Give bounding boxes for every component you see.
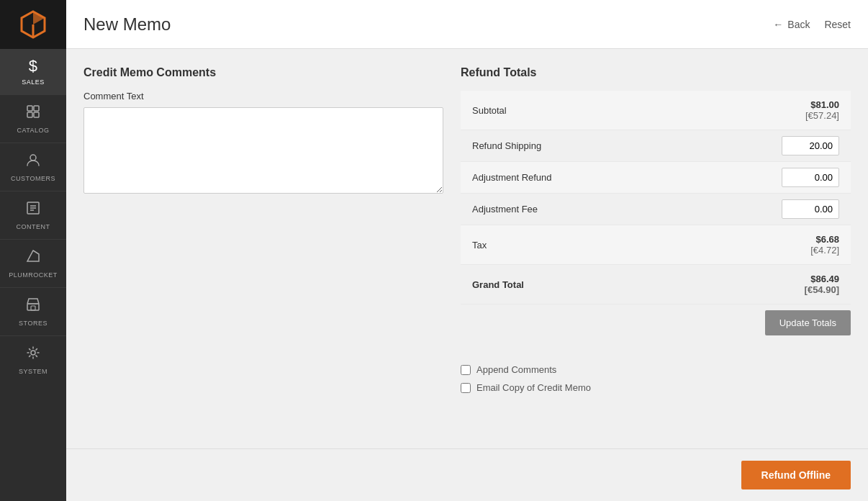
reset-button[interactable]: Reset <box>824 19 851 30</box>
content-area: Credit Memo Comments Comment Text Refund… <box>66 49 868 448</box>
refund-shipping-label: Refund Shipping <box>461 132 770 160</box>
sidebar-item-stores[interactable]: STORES <box>0 287 66 335</box>
sidebar-logo <box>0 0 66 49</box>
sidebar-item-content-label: CONTENT <box>17 223 50 230</box>
page-title: New Memo <box>83 14 171 35</box>
svg-rect-14 <box>27 304 39 310</box>
svg-rect-16 <box>31 306 35 310</box>
sidebar-item-catalog-label: CATALOG <box>17 127 49 134</box>
page-header: New Memo ← Back Reset <box>66 0 868 49</box>
tax-row: Tax $6.68 [€4.72] <box>461 225 851 265</box>
svg-point-17 <box>31 351 35 355</box>
grand-total-sub: [€54.90] <box>776 284 839 295</box>
sidebar-item-customers[interactable]: CUSTOMERS <box>0 143 66 191</box>
svg-marker-12 <box>27 250 39 261</box>
subtotal-row: Subtotal $81.00 [€57.24] <box>461 91 851 130</box>
system-icon <box>25 345 41 364</box>
sidebar-item-stores-label: STORES <box>19 320 48 327</box>
sidebar-item-sales[interactable]: $ SALES <box>0 49 66 94</box>
plumrocket-icon <box>25 248 41 267</box>
svg-rect-6 <box>34 112 39 117</box>
subtotal-value: $81.00 [€57.24] <box>764 91 851 130</box>
customers-icon <box>25 152 41 171</box>
credit-memo-title: Credit Memo Comments <box>83 66 443 79</box>
sidebar-item-system-label: SYSTEM <box>19 368 48 375</box>
stores-icon <box>25 297 41 315</box>
svg-line-13 <box>27 250 33 261</box>
adjustment-refund-label: Adjustment Refund <box>461 163 770 191</box>
sidebar-item-system[interactable]: SYSTEM <box>0 335 66 384</box>
tax-main: $6.68 <box>776 234 839 245</box>
credit-memo-panel: Credit Memo Comments Comment Text <box>83 66 443 431</box>
refund-shipping-input-cell <box>770 130 851 161</box>
sidebar: $ SALES CATALOG CUSTOMERS <box>0 0 66 501</box>
subtotal-sub: [€57.24] <box>776 110 839 121</box>
comment-label: Comment Text <box>83 91 443 101</box>
svg-rect-5 <box>27 112 32 117</box>
update-totals-button[interactable]: Update Totals <box>765 310 851 335</box>
svg-marker-1 <box>33 12 45 24</box>
adjustment-refund-row: Adjustment Refund <box>461 162 851 194</box>
tax-sub: [€4.72] <box>776 245 839 256</box>
sidebar-item-content[interactable]: CONTENT <box>0 191 66 239</box>
sidebar-item-plumrocket-label: PLUMROCKET <box>9 271 58 279</box>
append-comments-checkbox[interactable] <box>461 365 471 375</box>
comment-textarea[interactable] <box>83 107 443 194</box>
refund-offline-button[interactable]: Refund Offline <box>741 461 851 489</box>
back-button[interactable]: ← Back <box>773 19 810 30</box>
svg-rect-3 <box>27 106 32 111</box>
dollar-icon: $ <box>29 58 38 74</box>
adjustment-fee-row: Adjustment Fee <box>461 194 851 225</box>
header-actions: ← Back Reset <box>773 19 851 30</box>
email-copy-label: Email Copy of Credit Memo <box>476 382 591 393</box>
catalog-icon <box>25 104 41 122</box>
adjustment-fee-input[interactable] <box>782 199 839 219</box>
totals-table: Subtotal $81.00 [€57.24] Refund Shipping… <box>461 91 851 304</box>
refund-shipping-input[interactable] <box>782 136 839 155</box>
tax-label: Tax <box>461 231 764 259</box>
email-copy-checkbox[interactable] <box>461 383 471 393</box>
adjustment-fee-label: Adjustment Fee <box>461 195 770 223</box>
append-comments-row: Append Comments <box>461 364 851 375</box>
subtotal-label: Subtotal <box>461 96 764 125</box>
append-comments-label: Append Comments <box>476 364 556 375</box>
grand-total-main: $86.49 <box>776 274 839 284</box>
sidebar-item-sales-label: SALES <box>22 78 45 86</box>
svg-rect-4 <box>34 106 39 111</box>
main-content: New Memo ← Back Reset Credit Memo Commen… <box>66 0 868 501</box>
grand-total-label: Grand Total <box>461 271 764 299</box>
sidebar-item-customers-label: CUSTOMERS <box>11 175 55 182</box>
svg-point-7 <box>30 155 36 161</box>
bottom-actions: Refund Offline <box>66 448 868 501</box>
grand-total-row: Grand Total $86.49 [€54.90] <box>461 265 851 304</box>
content-icon <box>25 200 41 219</box>
grand-total-value: $86.49 [€54.90] <box>764 265 851 304</box>
sidebar-item-plumrocket[interactable]: PLUMROCKET <box>0 239 66 287</box>
refund-totals-panel: Refund Totals Subtotal $81.00 [€57.24] R… <box>461 66 851 431</box>
back-arrow-icon: ← <box>773 19 783 30</box>
subtotal-main: $81.00 <box>776 99 839 110</box>
refund-shipping-row: Refund Shipping <box>461 130 851 162</box>
adjustment-fee-input-cell <box>770 194 851 225</box>
refund-totals-title: Refund Totals <box>461 66 851 79</box>
email-copy-row: Email Copy of Credit Memo <box>461 382 851 393</box>
sidebar-item-catalog[interactable]: CATALOG <box>0 94 66 143</box>
tax-value: $6.68 [€4.72] <box>764 225 851 264</box>
adjustment-refund-input-cell <box>770 162 851 193</box>
adjustment-refund-input[interactable] <box>782 168 839 187</box>
